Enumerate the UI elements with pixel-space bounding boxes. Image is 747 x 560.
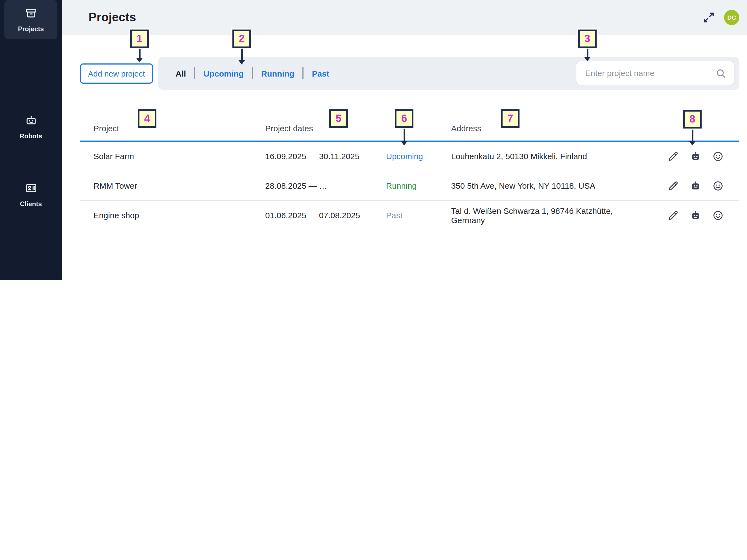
column-header-project: Project (94, 124, 265, 133)
project-name: RMM Tower (94, 181, 265, 190)
page-title: Projects (88, 10, 136, 25)
project-address: 350 5th Ave, New York, NY 10118, USA (451, 181, 646, 190)
column-header-address: Address (451, 124, 646, 133)
project-dates: 16.09.2025 — 30.11.2025 (265, 152, 386, 161)
annotation-badge-3: 3 (578, 29, 597, 48)
filter-tab-upcoming[interactable]: Upcoming (195, 69, 252, 78)
project-dates: 01.06.2025 — 07.08.2025 (265, 210, 386, 220)
status-badge: Running (386, 181, 451, 190)
table-row[interactable]: RMM Tower 28.08.2025 — … Running 350 5th… (80, 171, 739, 201)
robot-icon[interactable] (690, 150, 702, 162)
page-header: Projects DC (62, 0, 747, 35)
project-name: Engine shop (94, 210, 265, 220)
filter-tab-past[interactable]: Past (304, 69, 337, 78)
annotation-badge-7: 7 (501, 109, 519, 128)
projects-icon (24, 6, 37, 22)
project-name: Solar Farm (94, 152, 265, 161)
status-badge: Past (386, 210, 451, 220)
clients-icon (24, 182, 37, 197)
app-window: Projects Robots (0, 0, 747, 280)
robot-icon[interactable] (690, 209, 702, 221)
search-input[interactable] (576, 68, 715, 78)
annotation-arrow-2 (241, 48, 242, 60)
fullscreen-icon[interactable] (702, 11, 715, 24)
filter-tab-all[interactable]: All (173, 69, 194, 78)
annotation-arrow-3 (587, 48, 588, 57)
sidebar-divider (0, 161, 62, 161)
sidebar-item-label: Clients (20, 200, 42, 208)
annotation-badge-8: 8 (683, 110, 702, 128)
annotation-arrow-8 (692, 128, 693, 141)
row-actions (646, 150, 739, 162)
project-address: Tal d. Weißen Schwarza 1, 98746 Katzhütt… (451, 206, 646, 225)
annotation-badge-6: 6 (395, 109, 413, 128)
sidebar-item-projects[interactable]: Projects (4, 0, 57, 40)
annotation-badge-1: 1 (130, 29, 149, 48)
robots-icon (24, 114, 37, 129)
search-icon (715, 68, 726, 78)
projects-table: Project Project dates Address Solar Farm… (80, 116, 739, 230)
project-search (576, 61, 735, 85)
annotation-badge-2: 2 (232, 29, 251, 48)
sidebar: Projects Robots (0, 0, 62, 280)
column-header-dates: Project dates (265, 124, 386, 133)
table-row[interactable]: Engine shop 01.06.2025 — 07.08.2025 Past… (80, 201, 739, 230)
project-dates: 28.08.2025 — … (265, 181, 386, 190)
client-face-icon[interactable] (712, 209, 724, 221)
table-row[interactable]: Solar Farm 16.09.2025 — 30.11.2025 Upcom… (80, 142, 739, 171)
annotation-arrow-1 (138, 48, 140, 58)
client-face-icon[interactable] (712, 150, 724, 162)
edit-icon[interactable] (667, 150, 679, 162)
edit-icon[interactable] (667, 180, 679, 192)
sidebar-item-label: Robots (20, 132, 42, 140)
header-actions: DC (702, 0, 739, 35)
client-face-icon[interactable] (712, 180, 724, 192)
status-badge: Upcoming (386, 152, 451, 161)
edit-icon[interactable] (667, 209, 679, 221)
row-actions (646, 180, 739, 192)
annotation-badge-5: 5 (329, 109, 348, 128)
sidebar-item-clients[interactable]: Clients (4, 175, 57, 214)
filter-tab-running[interactable]: Running (253, 69, 303, 78)
robot-icon[interactable] (690, 180, 702, 192)
row-actions (646, 209, 739, 221)
sidebar-item-label: Projects (18, 25, 44, 33)
sidebar-item-robots[interactable]: Robots (4, 107, 57, 147)
avatar[interactable]: DC (724, 10, 739, 25)
project-address: Louhenkatu 2, 50130 Mikkeli, Finland (451, 152, 646, 161)
filter-tabs: All Upcoming Running Past (173, 57, 337, 90)
annotation-arrow-6 (403, 128, 405, 141)
add-new-project-button[interactable]: Add new project (80, 63, 153, 84)
filter-bar: All Upcoming Running Past (158, 57, 739, 90)
annotation-badge-4: 4 (138, 109, 156, 128)
